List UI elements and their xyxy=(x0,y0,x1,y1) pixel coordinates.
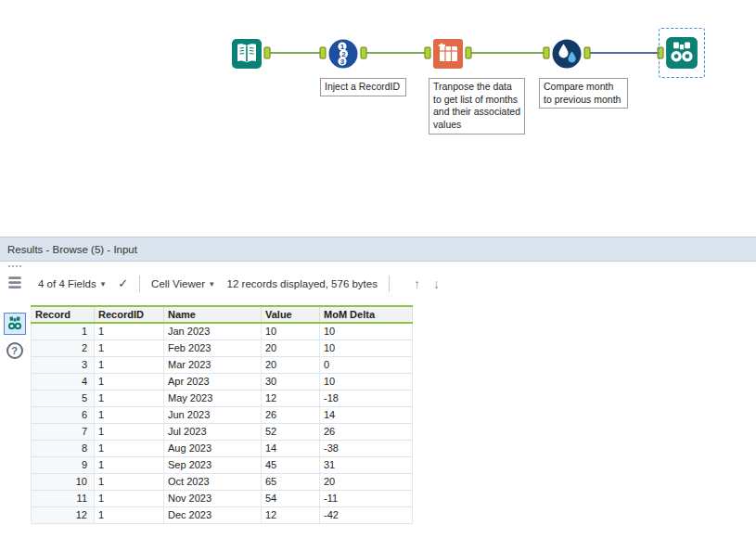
results-panel-header[interactable]: Results - Browse (5) - Input xyxy=(0,237,756,262)
annotation-transpose[interactable]: Tranpose the data to get list of months … xyxy=(429,78,525,134)
annotation-record-id[interactable]: Inject a RecordID xyxy=(320,78,406,96)
table-row[interactable]: 21Feb 20232010 xyxy=(32,339,413,356)
table-row[interactable]: 31Mar 2023200 xyxy=(32,356,413,373)
data-cell[interactable]: Aug 2023 xyxy=(164,440,262,456)
arrow-up-icon[interactable]: ↑ xyxy=(414,276,420,291)
data-cell[interactable]: 1 xyxy=(95,339,164,356)
data-cell[interactable]: 10 xyxy=(262,323,320,339)
data-cell[interactable]: Apr 2023 xyxy=(164,373,262,390)
transpose-icon xyxy=(431,37,465,70)
table-row[interactable]: 91Sep 20234531 xyxy=(32,456,413,473)
record-number-cell[interactable]: 4 xyxy=(32,373,95,390)
record-number-cell[interactable]: 10 xyxy=(32,473,95,490)
data-cell[interactable]: Jul 2023 xyxy=(164,423,262,440)
apply-check-icon[interactable]: ✓ xyxy=(118,276,128,290)
help-button[interactable]: ? xyxy=(6,342,23,359)
data-cell[interactable]: 20 xyxy=(262,356,320,373)
arrow-down-icon[interactable]: ↓ xyxy=(433,276,440,291)
svg-text:3: 3 xyxy=(340,58,345,66)
data-cell[interactable]: 26 xyxy=(320,423,413,440)
data-cell[interactable]: 20 xyxy=(262,339,320,356)
column-header[interactable]: Value xyxy=(262,306,320,323)
data-cell[interactable]: May 2023 xyxy=(164,390,262,406)
data-cell[interactable]: Jan 2023 xyxy=(164,323,262,339)
table-view-button[interactable] xyxy=(4,272,26,294)
tool-multi-row-formula[interactable] xyxy=(550,37,583,70)
data-cell[interactable]: Dec 2023 xyxy=(164,506,262,523)
data-cell[interactable]: 31 xyxy=(320,456,413,473)
panel-grip[interactable] xyxy=(7,264,22,269)
column-header[interactable]: Record xyxy=(32,306,95,323)
data-cell[interactable]: 1 xyxy=(95,406,164,423)
column-header[interactable]: RecordID xyxy=(95,306,164,323)
data-cell[interactable]: -42 xyxy=(320,506,413,523)
data-cell[interactable]: 12 xyxy=(262,390,320,406)
tool-transpose[interactable] xyxy=(431,37,465,70)
record-number-cell[interactable]: 3 xyxy=(32,356,95,373)
record-number-cell[interactable]: 5 xyxy=(32,390,95,406)
binoculars-icon xyxy=(6,314,24,333)
browse-view-button[interactable] xyxy=(4,313,26,335)
data-cell[interactable]: -11 xyxy=(320,490,413,506)
data-cell[interactable]: 14 xyxy=(262,440,320,456)
data-cell[interactable]: 1 xyxy=(95,390,164,406)
data-cell[interactable]: 1 xyxy=(95,323,164,339)
table-row[interactable]: 101Oct 20236520 xyxy=(32,473,413,490)
help-icon: ? xyxy=(11,345,18,356)
data-cell[interactable]: 54 xyxy=(262,490,320,506)
data-cell[interactable]: Nov 2023 xyxy=(164,490,262,506)
data-cell[interactable]: 1 xyxy=(95,473,164,490)
cell-viewer-dropdown[interactable]: Cell Viewer ▾ xyxy=(151,278,213,289)
data-cell[interactable]: 30 xyxy=(262,373,320,390)
tool-browse[interactable] xyxy=(664,35,699,70)
data-cell[interactable]: Feb 2023 xyxy=(164,339,262,356)
data-cell[interactable]: 1 xyxy=(95,506,164,523)
data-cell[interactable]: Oct 2023 xyxy=(164,473,262,490)
tool-input-data[interactable] xyxy=(230,37,263,70)
record-number-cell[interactable]: 1 xyxy=(32,323,95,339)
data-cell[interactable]: 1 xyxy=(95,373,164,390)
data-cell[interactable]: 14 xyxy=(320,406,413,423)
record-number-cell[interactable]: 8 xyxy=(32,440,95,456)
data-cell[interactable]: -38 xyxy=(320,440,413,456)
data-cell[interactable]: 20 xyxy=(320,473,413,490)
record-number-cell[interactable]: 12 xyxy=(32,506,95,523)
table-row[interactable]: 41Apr 20233010 xyxy=(32,373,413,390)
data-cell[interactable]: 1 xyxy=(95,356,164,373)
table-row[interactable]: 121Dec 202312-42 xyxy=(32,506,413,523)
data-cell[interactable]: 10 xyxy=(320,323,413,339)
record-number-cell[interactable]: 11 xyxy=(32,490,95,506)
table-row[interactable]: 61Jun 20232614 xyxy=(32,406,413,423)
table-row[interactable]: 51May 202312-18 xyxy=(32,390,413,406)
data-cell[interactable]: 45 xyxy=(262,456,320,473)
data-cell[interactable]: -18 xyxy=(320,390,413,406)
data-cell[interactable]: 1 xyxy=(95,490,164,506)
data-cell[interactable]: 52 xyxy=(262,423,320,440)
table-row[interactable]: 81Aug 202314-38 xyxy=(32,440,413,456)
annotation-multi-row-formula[interactable]: Compare month to previous month xyxy=(539,78,628,109)
data-cell[interactable]: 10 xyxy=(320,373,413,390)
data-cell[interactable]: 1 xyxy=(95,440,164,456)
data-cell[interactable]: 12 xyxy=(262,506,320,523)
data-cell[interactable]: 0 xyxy=(320,356,413,373)
data-cell[interactable]: Jun 2023 xyxy=(164,406,262,423)
record-number-cell[interactable]: 7 xyxy=(32,423,95,440)
table-row[interactable]: 111Nov 202354-11 xyxy=(32,490,413,506)
data-cell[interactable]: Sep 2023 xyxy=(164,456,262,473)
record-number-cell[interactable]: 6 xyxy=(32,406,95,423)
table-row[interactable]: 71Jul 20235226 xyxy=(32,423,413,440)
multi-row-formula-icon xyxy=(550,37,583,70)
column-header[interactable]: MoM Delta xyxy=(320,306,413,323)
column-header[interactable]: Name xyxy=(164,306,262,323)
table-row[interactable]: 11Jan 20231010 xyxy=(32,323,413,339)
tool-record-id[interactable]: 1 2 3 xyxy=(327,37,360,70)
data-cell[interactable]: 26 xyxy=(262,406,320,423)
fields-dropdown[interactable]: 4 of 4 Fields ▾ xyxy=(38,278,105,289)
data-cell[interactable]: Mar 2023 xyxy=(164,356,262,373)
data-cell[interactable]: 1 xyxy=(95,423,164,440)
record-number-cell[interactable]: 9 xyxy=(32,456,95,473)
data-cell[interactable]: 1 xyxy=(95,456,164,473)
record-number-cell[interactable]: 2 xyxy=(32,339,95,356)
data-cell[interactable]: 10 xyxy=(320,339,413,356)
data-cell[interactable]: 65 xyxy=(262,473,320,490)
